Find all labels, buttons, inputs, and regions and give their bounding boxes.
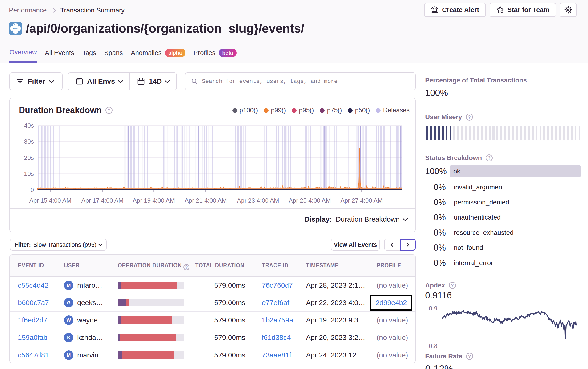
svg-text:20s: 20s [24,154,34,161]
svg-text:40s: 40s [24,122,34,129]
svg-text:Apr 17 4:00 AM: Apr 17 4:00 AM [81,197,123,204]
svg-text:Apr 19 4:00 AM: Apr 19 4:00 AM [133,197,175,204]
svg-text:10s: 10s [24,170,34,177]
svg-text:Apr 27 4:00 AM: Apr 27 4:00 AM [340,197,382,204]
svg-text:30s: 30s [24,138,34,145]
svg-text:0: 0 [31,186,34,193]
svg-text:Apr 25 4:00 AM: Apr 25 4:00 AM [289,197,331,204]
svg-text:Apr 21 4:00 AM: Apr 21 4:00 AM [185,197,227,204]
svg-text:0.9: 0.9 [429,305,437,312]
svg-text:Apr 23 4:00 AM: Apr 23 4:00 AM [237,197,279,204]
svg-text:0.8: 0.8 [429,342,437,349]
svg-text:Apr 15 4:00 AM: Apr 15 4:00 AM [29,197,71,204]
